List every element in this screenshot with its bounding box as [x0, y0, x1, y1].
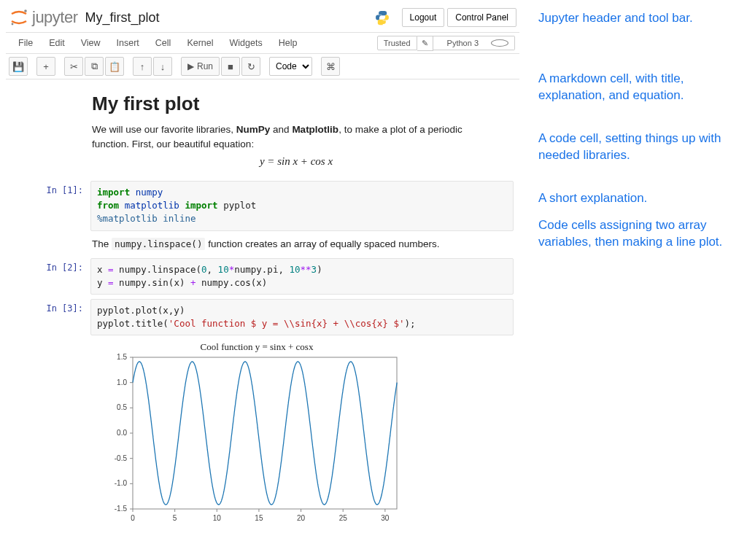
md-equation: y = sin x + cos x: [92, 155, 500, 168]
jupyter-logo-icon: [9, 7, 29, 28]
save-icon[interactable]: 💾: [9, 57, 28, 76]
annotation-4: A short explanation.: [538, 190, 737, 207]
menu-bar: File Edit View Insert Cell Kernel Widget…: [6, 32, 519, 54]
code-cell-3[interactable]: In [3]: pyplot.plot(x,y) pyplot.title('C…: [12, 299, 514, 335]
notebook-title[interactable]: My_first_plot: [85, 10, 160, 26]
jupyter-header: jupyter My_first_plot Logout Control Pan…: [6, 6, 519, 32]
svg-text:10: 10: [213, 514, 222, 522]
svg-text:30: 30: [381, 514, 390, 522]
paste-icon[interactable]: 📋: [105, 57, 124, 76]
annotation-3: A code cell, setting things up with need…: [538, 131, 737, 164]
command-palette-icon[interactable]: ⌘: [321, 57, 340, 76]
in-prompt: In [2]:: [12, 258, 90, 295]
svg-text:1.5: 1.5: [117, 353, 127, 361]
kernel-idle-icon: [491, 39, 508, 47]
menu-help[interactable]: Help: [271, 38, 306, 48]
line-plot: -1.5-1.0-0.50.00.51.01.5051015202530: [98, 353, 404, 528]
in-prompt: In [1]:: [12, 181, 90, 230]
menu-insert[interactable]: Insert: [109, 38, 147, 48]
cell-type-select[interactable]: Code: [269, 57, 312, 76]
menu-file[interactable]: File: [10, 38, 41, 48]
kernel-name[interactable]: Python 3: [433, 36, 515, 50]
plot-output: Cool function y = sinx + cosx -1.5-1.0-0…: [98, 341, 514, 528]
toolbar: 💾 + ✂ ⧉ 📋 ↑ ↓ ▶ Run ■ ↻ Code ⌘: [6, 54, 519, 79]
trusted-indicator[interactable]: Trusted: [377, 36, 417, 50]
cut-icon[interactable]: ✂: [64, 57, 83, 76]
edit-mode-icon[interactable]: ✎: [417, 36, 433, 51]
annotation-1: Jupyter header and tool bar.: [538, 10, 737, 27]
code-input[interactable]: import numpy from matplotlib import pypl…: [90, 181, 514, 230]
svg-text:20: 20: [297, 514, 306, 522]
svg-point-1: [12, 23, 14, 26]
menu-kernel[interactable]: Kernel: [179, 38, 221, 48]
add-cell-icon[interactable]: +: [36, 57, 55, 76]
restart-icon[interactable]: ↻: [241, 57, 260, 76]
svg-text:1.0: 1.0: [117, 378, 127, 386]
svg-text:0.0: 0.0: [117, 429, 127, 437]
move-down-icon[interactable]: ↓: [153, 57, 172, 76]
svg-text:15: 15: [255, 514, 263, 522]
svg-text:0.5: 0.5: [117, 403, 127, 411]
menu-widgets[interactable]: Widgets: [222, 38, 271, 48]
logout-button[interactable]: Logout: [402, 8, 445, 27]
menu-cell[interactable]: Cell: [147, 38, 179, 48]
code-input[interactable]: x = numpy.linspace(0, 10*numpy.pi, 10**3…: [90, 258, 514, 295]
svg-text:-1.0: -1.0: [115, 479, 128, 487]
stop-icon[interactable]: ■: [221, 57, 240, 76]
md-heading: My first plot: [92, 93, 500, 115]
annotation-2: A markdown cell, with title, explanation…: [538, 71, 737, 104]
svg-text:5: 5: [173, 514, 177, 522]
menu-view[interactable]: View: [73, 38, 109, 48]
svg-text:25: 25: [339, 514, 348, 522]
python-logo-icon: [374, 9, 390, 26]
code-cell-2[interactable]: In [2]: x = numpy.linspace(0, 10*numpy.p…: [12, 258, 514, 295]
jupyter-wordmark: jupyter: [32, 8, 78, 27]
svg-text:-1.5: -1.5: [115, 505, 128, 513]
code-cell-1[interactable]: In [1]: import numpy from matplotlib imp…: [12, 181, 514, 230]
copy-icon[interactable]: ⧉: [85, 57, 104, 76]
run-button[interactable]: ▶ Run: [181, 57, 220, 76]
in-prompt: In [3]:: [12, 299, 90, 335]
svg-text:0: 0: [131, 514, 135, 522]
annotation-5: Code cells assigning two array variables…: [538, 217, 737, 251]
svg-text:-0.5: -0.5: [115, 454, 128, 462]
markdown-cell-2[interactable]: The numpy.linspace() function creates an…: [92, 238, 514, 249]
plot-title: Cool function y = sinx + cosx: [125, 341, 388, 353]
control-panel-button[interactable]: Control Panel: [447, 8, 516, 27]
menu-edit[interactable]: Edit: [41, 38, 73, 48]
md-paragraph: We will use our favorite libraries, NumP…: [92, 122, 500, 151]
annotation-column: Jupyter header and tool bar. A markdown …: [525, 0, 744, 542]
code-input[interactable]: pyplot.plot(x,y) pyplot.title('Cool func…: [90, 299, 514, 335]
svg-point-0: [24, 9, 27, 12]
jupyter-logo: jupyter: [9, 7, 78, 28]
move-up-icon[interactable]: ↑: [133, 57, 152, 76]
markdown-cell-1[interactable]: My first plot We will use our favorite l…: [92, 93, 500, 168]
